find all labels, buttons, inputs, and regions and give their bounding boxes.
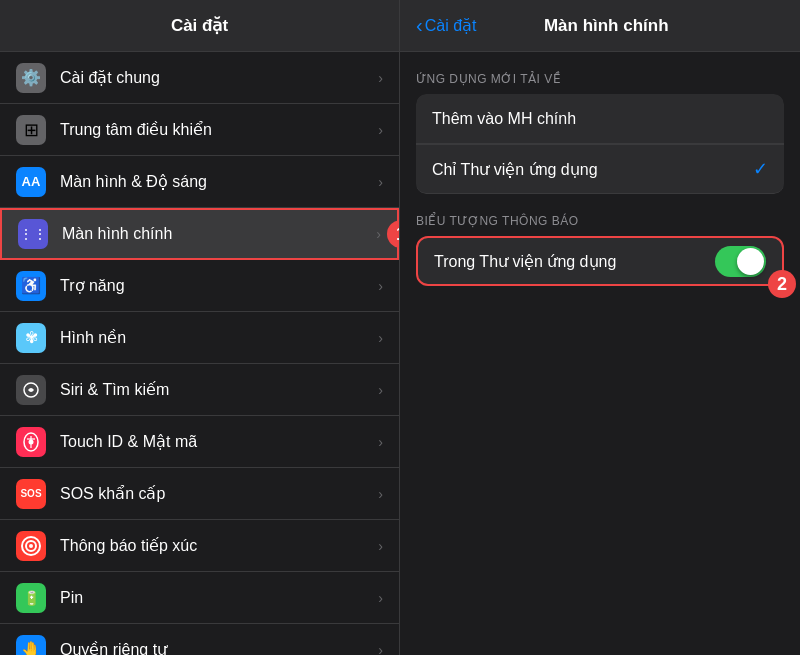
sidebar-item-touch-id[interactable]: Touch ID & Mật mã › bbox=[0, 416, 399, 468]
chevron-icon: › bbox=[378, 330, 383, 346]
sidebar-item-tro-nang[interactable]: ♿ Trợ năng › bbox=[0, 260, 399, 312]
chevron-icon: › bbox=[378, 538, 383, 554]
man-hinh-do-sang-label: Màn hình & Độ sáng bbox=[60, 172, 378, 191]
chevron-icon: › bbox=[378, 434, 383, 450]
back-chevron-icon: ‹ bbox=[416, 14, 423, 37]
sos-icon: SOS bbox=[16, 479, 46, 509]
right-header: ‹ Cài đặt Màn hình chính bbox=[400, 0, 800, 52]
touch-id-label: Touch ID & Mật mã bbox=[60, 432, 378, 451]
sidebar-item-pin[interactable]: 🔋 Pin › bbox=[0, 572, 399, 624]
settings-list: ⚙️ Cài đặt chung › ⊞ Trung tâm điều khiể… bbox=[0, 52, 399, 655]
sidebar-item-cai-dat-chung[interactable]: ⚙️ Cài đặt chung › bbox=[0, 52, 399, 104]
step1-badge: 1 bbox=[387, 220, 399, 248]
left-title: Cài đặt bbox=[171, 15, 228, 36]
siri-icon bbox=[16, 375, 46, 405]
them-vao-label: Thêm vào MH chính bbox=[432, 110, 768, 128]
sidebar-item-man-hinh-chinh[interactable]: ⋮⋮ Màn hình chính › 1 bbox=[0, 208, 399, 260]
trung-tam-icon: ⊞ bbox=[16, 115, 46, 145]
toggle-item-trong-thu-vien[interactable]: Trong Thư viện ứng dụng 2 bbox=[416, 236, 784, 286]
sos-label: SOS khẩn cấp bbox=[60, 484, 378, 503]
back-button[interactable]: ‹ Cài đặt bbox=[416, 14, 476, 37]
touch-id-icon bbox=[16, 427, 46, 457]
tro-nang-icon: ♿ bbox=[16, 271, 46, 301]
chevron-icon: › bbox=[378, 590, 383, 606]
sidebar-item-man-hinh-do-sang[interactable]: AA Màn hình & Độ sáng › bbox=[0, 156, 399, 208]
chi-thu-vien-label: Chỉ Thư viện ứng dụng bbox=[432, 160, 753, 179]
left-panel: Cài đặt ⚙️ Cài đặt chung › ⊞ Trung tâm đ… bbox=[0, 0, 400, 655]
chevron-icon: › bbox=[378, 70, 383, 86]
toggle-thumb bbox=[737, 248, 764, 275]
toggle-switch[interactable] bbox=[715, 246, 766, 277]
chevron-icon: › bbox=[378, 278, 383, 294]
quyen-rieng-tu-label: Quyền riêng tư bbox=[60, 640, 378, 655]
sidebar-item-thong-bao-tiep-xuc[interactable]: Thông báo tiếp xúc › bbox=[0, 520, 399, 572]
man-hinh-chinh-icon: ⋮⋮ bbox=[18, 219, 48, 249]
thong-bao-tiep-xuc-label: Thông báo tiếp xúc bbox=[60, 536, 378, 555]
sidebar-item-hinh-nen[interactable]: ✾ Hình nền › bbox=[0, 312, 399, 364]
chevron-icon: › bbox=[378, 174, 383, 190]
svg-point-5 bbox=[29, 544, 33, 548]
right-item-them-vao[interactable]: Thêm vào MH chính bbox=[416, 94, 784, 144]
cai-dat-chung-label: Cài đặt chung bbox=[60, 68, 378, 87]
right-content: ỨNG DỤNG MỚI TẢI VỀ Thêm vào MH chính Ch… bbox=[400, 52, 800, 655]
chevron-icon: › bbox=[378, 382, 383, 398]
back-label: Cài đặt bbox=[425, 16, 477, 35]
chevron-icon: › bbox=[378, 122, 383, 138]
sidebar-item-siri[interactable]: Siri & Tìm kiếm › bbox=[0, 364, 399, 416]
left-header: Cài đặt bbox=[0, 0, 399, 52]
sidebar-item-sos[interactable]: SOS SOS khẩn cấp › bbox=[0, 468, 399, 520]
section2-label: BIỂU TƯỢNG THÔNG BÁO bbox=[400, 194, 800, 236]
tro-nang-label: Trợ năng bbox=[60, 276, 378, 295]
sidebar-item-trung-tam[interactable]: ⊞ Trung tâm điều khiển › bbox=[0, 104, 399, 156]
section1-group: Thêm vào MH chính Chỉ Thư viện ứng dụng … bbox=[416, 94, 784, 194]
right-item-chi-thu-vien[interactable]: Chỉ Thư viện ứng dụng ✓ bbox=[416, 144, 784, 194]
cai-dat-chung-icon: ⚙️ bbox=[16, 63, 46, 93]
trung-tam-label: Trung tâm điều khiển bbox=[60, 120, 378, 139]
chevron-icon: › bbox=[376, 226, 381, 242]
thong-bao-icon bbox=[16, 531, 46, 561]
pin-label: Pin bbox=[60, 589, 378, 607]
trong-thu-vien-label: Trong Thư viện ứng dụng bbox=[434, 252, 715, 271]
siri-label: Siri & Tìm kiếm bbox=[60, 380, 378, 399]
quyen-rieng-tu-icon: 🤚 bbox=[16, 635, 46, 656]
pin-icon: 🔋 bbox=[16, 583, 46, 613]
step2-badge: 2 bbox=[768, 270, 796, 298]
hinh-nen-icon: ✾ bbox=[16, 323, 46, 353]
man-hinh-chinh-label: Màn hình chính bbox=[62, 225, 376, 243]
hinh-nen-label: Hình nền bbox=[60, 328, 378, 347]
checkmark-icon: ✓ bbox=[753, 158, 768, 180]
right-title: Màn hình chính bbox=[488, 16, 724, 36]
man-hinh-do-sang-icon: AA bbox=[16, 167, 46, 197]
right-panel: ‹ Cài đặt Màn hình chính ỨNG DỤNG MỚI TẢ… bbox=[400, 0, 800, 655]
chevron-icon: › bbox=[378, 486, 383, 502]
sidebar-item-quyen-rieng-tu[interactable]: 🤚 Quyền riêng tư › bbox=[0, 624, 399, 655]
section1-label: ỨNG DỤNG MỚI TẢI VỀ bbox=[400, 52, 800, 94]
chevron-icon: › bbox=[378, 642, 383, 656]
svg-point-2 bbox=[29, 439, 34, 444]
